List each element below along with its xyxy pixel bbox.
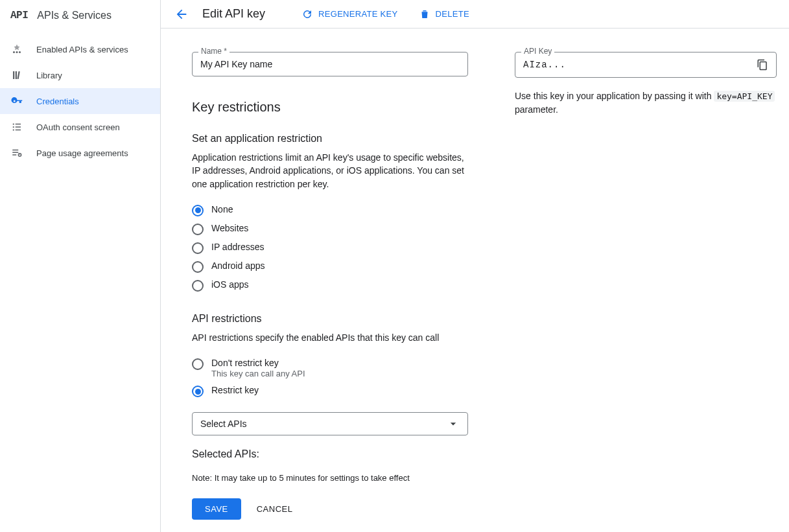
radio-icon — [192, 242, 204, 254]
app-restriction-heading: Set an application restriction — [192, 133, 468, 145]
api-restriction-description: API restrictions specify the enabled API… — [192, 331, 468, 344]
sidebar-item-label: Enabled APIs & services — [36, 45, 128, 54]
sidebar-item-label: Page usage agreements — [36, 148, 128, 158]
sidebar: API APIs & Services Enabled APIs & servi… — [0, 0, 161, 532]
app-restriction-option-ip[interactable]: IP addresses — [192, 238, 468, 257]
product-name: APIs & Services — [37, 10, 112, 21]
svg-rect-13 — [12, 152, 18, 154]
back-button[interactable] — [171, 4, 192, 25]
svg-rect-3 — [13, 71, 14, 79]
library-icon — [10, 69, 23, 82]
radio-label: Don't restrict key — [211, 358, 305, 368]
app-restriction-option-android[interactable]: Android apps — [192, 257, 468, 276]
radio-icon — [192, 224, 204, 235]
agreements-icon — [10, 146, 23, 159]
sidebar-item-label: Library — [36, 71, 62, 80]
regenerate-key-button[interactable]: REGENERATE KEY — [296, 5, 403, 24]
consent-icon — [10, 121, 23, 133]
left-column: Name * Key restrictions Set an applicati… — [192, 52, 468, 520]
helper-code: key=API_KEY — [714, 91, 775, 102]
api-key-legend: API Key — [521, 47, 554, 56]
delete-button[interactable]: DELETE — [414, 5, 475, 24]
key-icon — [10, 95, 23, 108]
sidebar-item-oauth-consent[interactable]: OAuth consent screen — [0, 114, 160, 140]
svg-rect-11 — [16, 130, 21, 131]
dropdown-arrow-icon — [447, 417, 460, 430]
api-restriction-radio-group: Don't restrict key This key can call any… — [192, 354, 468, 400]
sidebar-header: API APIs & Services — [0, 0, 160, 31]
copy-icon — [757, 59, 768, 71]
app-restriction-description: Application restrictions limit an API ke… — [192, 151, 468, 191]
key-restrictions-heading: Key restrictions — [192, 100, 468, 115]
radio-label: Android apps — [211, 260, 265, 271]
svg-point-0 — [13, 51, 15, 53]
name-input[interactable] — [200, 59, 460, 69]
svg-rect-4 — [16, 71, 17, 79]
svg-point-7 — [13, 126, 14, 128]
radio-label: iOS apps — [211, 279, 249, 290]
regenerate-label: REGENERATE KEY — [318, 9, 397, 19]
radio-icon — [192, 261, 204, 273]
api-key-helper: Use this key in your application by pass… — [515, 89, 777, 117]
radio-icon — [192, 386, 204, 397]
api-logo: API — [10, 10, 28, 21]
selected-apis-heading: Selected APIs: — [192, 448, 468, 460]
svg-rect-10 — [16, 126, 21, 128]
api-restriction-option-dont-restrict[interactable]: Don't restrict key This key can call any… — [192, 354, 468, 382]
radio-label: IP addresses — [211, 242, 264, 252]
api-key-value: AIza... — [523, 60, 566, 70]
app-restriction-option-none[interactable]: None — [192, 201, 468, 220]
radio-icon — [192, 358, 204, 370]
cancel-button[interactable]: CANCEL — [257, 504, 293, 514]
radio-icon — [192, 205, 204, 216]
app-restriction-option-websites[interactable]: Websites — [192, 220, 468, 238]
sidebar-nav: Enabled APIs & services Library Credenti… — [0, 31, 160, 166]
sidebar-item-credentials[interactable]: Credentials — [0, 88, 160, 114]
enabled-apis-icon — [10, 43, 23, 56]
sidebar-item-enabled-apis[interactable]: Enabled APIs & services — [0, 36, 160, 62]
api-key-field: API Key AIza... — [515, 52, 777, 78]
arrow-back-icon — [174, 7, 189, 21]
radio-label: Restrict key — [211, 385, 259, 395]
svg-point-2 — [19, 51, 21, 53]
api-restriction-heading: API restrictions — [192, 313, 468, 325]
save-button[interactable]: SAVE — [192, 498, 241, 520]
delete-label: DELETE — [436, 9, 469, 19]
sidebar-item-library[interactable]: Library — [0, 62, 160, 88]
helper-text-pre: Use this key in your application by pass… — [515, 91, 714, 101]
svg-rect-5 — [17, 71, 19, 79]
page-title: Edit API key — [202, 7, 265, 21]
api-restriction-option-restrict[interactable]: Restrict key — [192, 382, 468, 400]
refresh-icon — [301, 8, 313, 20]
name-field[interactable]: Name * — [192, 52, 468, 76]
svg-point-8 — [13, 129, 14, 130]
radio-sublabel: This key can call any API — [211, 369, 305, 378]
app-restriction-option-ios[interactable]: iOS apps — [192, 276, 468, 295]
svg-rect-9 — [16, 124, 21, 125]
content: Name * Key restrictions Set an applicati… — [161, 29, 789, 532]
sidebar-item-agreements[interactable]: Page usage agreements — [0, 140, 160, 166]
sidebar-item-label: OAuth consent screen — [36, 122, 120, 132]
radio-icon — [192, 280, 204, 292]
form-actions: SAVE CANCEL — [192, 498, 468, 520]
sidebar-item-label: Credentials — [36, 97, 79, 106]
propagation-note: Note: It may take up to 5 minutes for se… — [192, 473, 468, 483]
name-field-legend: Name * — [198, 47, 230, 56]
select-apis-dropdown[interactable]: Select APIs — [192, 412, 468, 435]
radio-label: Websites — [211, 223, 248, 233]
svg-rect-14 — [12, 154, 16, 156]
svg-rect-12 — [12, 150, 18, 151]
svg-point-1 — [16, 51, 18, 53]
app-restriction-radio-group: None Websites IP addresses Android apps — [192, 201, 468, 295]
copy-api-key-button[interactable] — [757, 59, 768, 71]
right-column: API Key AIza... Use this key in your app… — [515, 52, 777, 117]
trash-icon — [419, 8, 430, 20]
main-column: Edit API key REGENERATE KEY DELETE Name … — [161, 0, 789, 532]
select-apis-placeholder: Select APIs — [200, 419, 247, 429]
topbar: Edit API key REGENERATE KEY DELETE — [161, 0, 789, 29]
radio-label: None — [211, 204, 233, 214]
helper-text-post: parameter. — [515, 104, 558, 115]
svg-point-6 — [13, 123, 14, 124]
